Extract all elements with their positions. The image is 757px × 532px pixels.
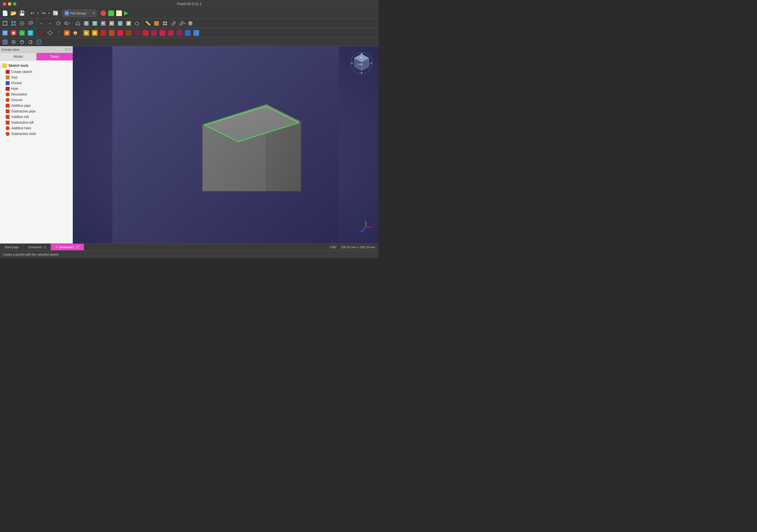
pd-red3[interactable] <box>116 29 124 37</box>
pd-red2[interactable] <box>108 29 116 37</box>
pd-red4[interactable] <box>141 29 149 37</box>
pd-pipe2[interactable] <box>133 29 141 37</box>
view-bottom-button[interactable]: B <box>125 20 133 27</box>
pd-diamond[interactable] <box>46 29 54 37</box>
stop-button[interactable] <box>108 11 114 16</box>
et-btn3[interactable] <box>18 38 26 46</box>
sidebar-item-create-sketch[interactable]: Create sketch <box>0 69 73 75</box>
view-extra1-button[interactable] <box>153 20 161 27</box>
record-button[interactable] <box>101 11 106 16</box>
redo-button[interactable]: ↪ <box>40 10 46 17</box>
sidebar-restore-icon[interactable]: ◻ <box>69 48 71 51</box>
undo-dropdown-button[interactable]: ▾ <box>36 10 40 17</box>
sidebar-item-subtractive-helix[interactable]: Subtractive helix <box>0 131 73 137</box>
undo-button[interactable]: ↩ <box>29 10 35 17</box>
pd-line[interactable] <box>38 29 45 37</box>
sidebar-item-pocket[interactable]: Pocket <box>0 80 73 86</box>
svg-line-26 <box>32 31 32 32</box>
et-btn5[interactable]: T <box>35 38 43 46</box>
sketch-tools-icon <box>2 63 7 68</box>
toolbar-main: 📄 📂 💾 ↩ ▾ ↪ ▾ 🔄 ⚙ Part Design ▾ <box>0 8 378 18</box>
macro-button[interactable]: ≡ <box>116 11 122 16</box>
view-front-button[interactable]: F <box>82 20 90 27</box>
navigation-cube[interactable]: Front Top <box>350 52 373 74</box>
view-rear-button[interactable]: Rr <box>108 20 116 27</box>
pd-pipe[interactable] <box>125 29 133 37</box>
view-left-button[interactable]: L <box>116 20 124 27</box>
sidebar-item-hole[interactable]: Hole <box>0 86 73 92</box>
maximize-button[interactable] <box>13 2 16 6</box>
pd-red6[interactable] <box>159 29 167 37</box>
view-right-button[interactable]: R <box>99 20 107 27</box>
3d-viewport[interactable]: Front Top X Y <box>73 46 378 243</box>
svg-marker-40 <box>93 31 96 32</box>
sidebar-item-additive-pipe[interactable]: Additive pipe <box>0 103 73 108</box>
new-button[interactable]: 📄 <box>1 10 9 17</box>
pd-mirror[interactable] <box>184 29 192 37</box>
pd-pattern[interactable] <box>192 29 200 37</box>
svg-text:Y: Y <box>365 220 367 222</box>
et-btn2[interactable] <box>10 38 17 46</box>
close-button[interactable] <box>3 2 6 6</box>
tab-close-icon[interactable]: ✕ <box>55 245 58 248</box>
revolution-icon <box>6 93 10 97</box>
help-button[interactable]: ? <box>186 20 194 27</box>
sidebar-item-pad[interactable]: Pad <box>0 75 73 80</box>
pd-tool1[interactable] <box>1 29 9 37</box>
refresh-button[interactable]: 🔄 <box>52 10 59 17</box>
pd-pad2[interactable] <box>91 29 99 37</box>
et-btn1[interactable] <box>1 38 9 46</box>
redo-dropdown-button[interactable]: ▾ <box>47 10 51 17</box>
sidebar-item-subtractive-pipe[interactable]: Subtractive pipe <box>0 108 73 114</box>
workbench-selector[interactable]: ⚙ Part Design ▾ <box>63 10 97 17</box>
pd-tool2[interactable] <box>10 29 17 37</box>
pd-red8[interactable] <box>175 29 183 37</box>
pd-clone[interactable] <box>71 29 79 37</box>
et-btn4[interactable] <box>26 38 34 46</box>
pd-red7[interactable] <box>167 29 175 37</box>
minimize-button[interactable] <box>8 2 11 6</box>
tab-start-page[interactable]: Start page <box>0 244 24 250</box>
fit-selection-button[interactable] <box>10 20 17 27</box>
external-link2-button[interactable]: ▾ <box>178 20 186 27</box>
pd-axes[interactable] <box>54 29 62 37</box>
sidebar-item-subtractive-loft[interactable]: Subtractive loft <box>0 120 73 126</box>
sidebar-item-groove[interactable]: Groove <box>0 97 73 103</box>
open-button[interactable]: 📂 <box>10 10 17 17</box>
pd-pad[interactable] <box>82 29 90 37</box>
pd-red1[interactable] <box>99 29 107 37</box>
pd-tool4[interactable] <box>26 29 34 37</box>
tab-unnamed1-star[interactable]: ✕ Unnamed1 : 1* <box>51 244 84 250</box>
pd-attach[interactable] <box>63 29 71 37</box>
pocket-label: Pocket <box>11 81 22 85</box>
fit-all-button[interactable] <box>1 20 9 27</box>
start-page-label: Start page <box>5 245 19 249</box>
pd-tool3[interactable] <box>18 29 26 37</box>
sidebar-item-additive-helix[interactable]: Additive helix <box>0 126 73 131</box>
zoom-dropdown-button[interactable]: ▾ <box>63 20 71 27</box>
back-button[interactable]: ← <box>38 20 45 27</box>
subtractive-pipe-icon <box>6 109 10 113</box>
run-macro-button[interactable] <box>124 11 128 15</box>
app-title: FreeCAD 0.21.1 <box>177 2 202 6</box>
view-home-button[interactable] <box>74 20 82 27</box>
measure-button[interactable]: 📏 <box>144 20 152 27</box>
sync-view-button[interactable] <box>54 20 62 27</box>
sidebar-item-revolution[interactable]: Revolution <box>0 92 73 97</box>
save-button[interactable]: 💾 <box>18 10 26 17</box>
tab-unnamed1[interactable]: Unnamed : 1 <box>24 244 51 250</box>
sidebar-tabs: Model Tasks <box>0 53 73 61</box>
tab-tasks[interactable]: Tasks <box>36 53 73 60</box>
sidebar-close-icon[interactable]: ✕ <box>65 48 67 51</box>
bounding-box-button[interactable] <box>26 20 34 27</box>
forward-button[interactable]: → <box>46 20 54 27</box>
tab-model[interactable]: Model <box>0 53 36 60</box>
view-top-button[interactable]: T <box>91 20 99 27</box>
external-link-button[interactable] <box>169 20 177 27</box>
pd-red5[interactable] <box>150 29 158 37</box>
draw-style-button[interactable] <box>18 20 26 27</box>
panels-button[interactable] <box>161 20 169 27</box>
sidebar-item-additive-loft[interactable]: Additive loft <box>0 114 73 120</box>
svg-line-31 <box>57 33 58 35</box>
view-iso-button[interactable] <box>133 20 141 27</box>
